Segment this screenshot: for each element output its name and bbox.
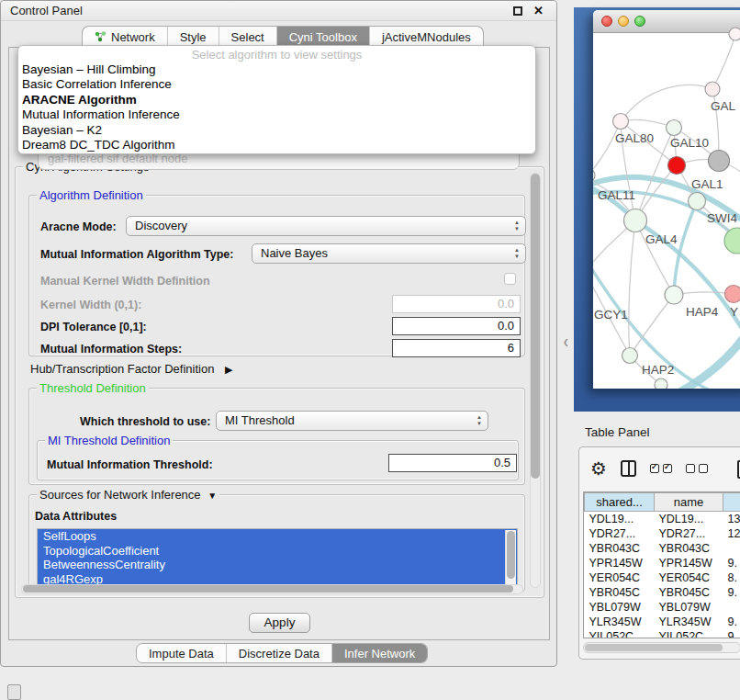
network-node-hap4[interactable] bbox=[665, 286, 683, 304]
tab-discretize-data[interactable]: Discretize Data bbox=[226, 644, 331, 662]
table-row[interactable]: YLR345WYLR345W9. bbox=[585, 615, 740, 629]
network-node-gal1[interactable] bbox=[668, 157, 686, 175]
network-node-gal80[interactable] bbox=[613, 114, 629, 130]
algorithm-option[interactable]: ARACNE Algorithm bbox=[18, 93, 535, 107]
table-row[interactable]: YIL052CYIL052C9 bbox=[585, 629, 740, 639]
cyni-algorithm-settings-group: Cyni Algorithm Settings Algorithm Defini… bbox=[15, 166, 544, 598]
tab-style[interactable]: Style bbox=[167, 27, 219, 47]
column-header[interactable]: name bbox=[655, 493, 723, 512]
unselect-all-columns-icon[interactable] bbox=[686, 464, 708, 473]
network-edge[interactable] bbox=[712, 35, 735, 89]
column-header[interactable]: A bbox=[723, 493, 740, 512]
float-window-icon[interactable] bbox=[513, 6, 522, 16]
tab-jactivemnodules[interactable]: jActiveMNodules bbox=[369, 27, 483, 47]
algorithm-definition-title: Algorithm Definition bbox=[37, 188, 146, 202]
network-edge[interactable] bbox=[674, 201, 697, 295]
column-header[interactable]: shared... bbox=[585, 493, 655, 512]
data-attribute-item[interactable]: SelfLoops bbox=[38, 529, 517, 544]
unchecked-box-icon bbox=[699, 464, 708, 473]
algorithm-option[interactable]: Bayesian – K2 bbox=[18, 123, 535, 138]
gear-icon[interactable] bbox=[590, 458, 607, 479]
network-node[interactable] bbox=[709, 151, 730, 172]
table-panel: shared...nameA YDL19...YDL19...13YDR27..… bbox=[578, 446, 740, 660]
network-edge[interactable] bbox=[593, 121, 621, 175]
minimize-window-icon[interactable] bbox=[618, 16, 629, 27]
apply-button[interactable]: Apply bbox=[249, 613, 310, 633]
mi-steps-field[interactable]: 6 bbox=[392, 339, 521, 357]
data-attributes-list[interactable]: SelfLoopsTopologicalCoefficientBetweenne… bbox=[37, 528, 518, 586]
network-node-label: Y bbox=[730, 305, 738, 319]
table-cell: YIL052C bbox=[585, 629, 655, 639]
table-row[interactable]: YDR27...YDR27...12 bbox=[585, 526, 740, 541]
table-horizontal-scroll-thumb[interactable] bbox=[585, 644, 723, 651]
split-columns-icon[interactable] bbox=[621, 460, 636, 477]
network-node-label: GCY1 bbox=[594, 308, 628, 322]
network-node[interactable] bbox=[729, 28, 740, 40]
minimized-panel-icon[interactable] bbox=[7, 684, 21, 700]
mi-type-label: Mutual Information Algorithm Type: bbox=[40, 248, 233, 261]
tab-infer-network[interactable]: Infer Network bbox=[331, 644, 427, 662]
sources-title[interactable]: Sources for Network Inference ▼ bbox=[37, 488, 219, 502]
manual-kernel-checkbox[interactable] bbox=[504, 273, 516, 285]
network-node-label: GAL80 bbox=[615, 131, 654, 145]
attr-list-scrollbar[interactable] bbox=[505, 530, 516, 584]
checked-box-icon bbox=[663, 464, 672, 473]
aracne-mode-combo[interactable]: Discovery bbox=[126, 216, 526, 236]
algorithm-option[interactable]: Mutual Information Inference bbox=[18, 107, 535, 122]
table-horizontal-scrollbar[interactable] bbox=[583, 642, 740, 653]
dpi-tolerance-field[interactable]: 0.0 bbox=[392, 317, 521, 335]
algorithm-option[interactable]: Basic Correlation Inference bbox=[18, 77, 535, 92]
network-edge[interactable] bbox=[629, 220, 635, 356]
table-row[interactable]: YER054CYER054C8. bbox=[585, 570, 740, 585]
network-canvas[interactable]: GALGAL80GAL10GAL1GAL11SWI4GAL4HAP4YGCY1H… bbox=[593, 33, 740, 389]
close-window-icon[interactable] bbox=[601, 16, 612, 27]
tab-network[interactable]: Network bbox=[83, 27, 167, 47]
which-threshold-combo[interactable]: MI Threshold bbox=[216, 411, 488, 431]
algorithm-option[interactable]: Dream8 DC_TDC Algorithm bbox=[18, 138, 535, 152]
network-node[interactable] bbox=[724, 228, 740, 254]
network-node-gal[interactable] bbox=[705, 82, 720, 96]
table-cell: 12 bbox=[723, 526, 740, 541]
sources-group: Sources for Network Inference ▼ Data Att… bbox=[28, 494, 525, 592]
tab-infer-network-label: Infer Network bbox=[344, 647, 415, 660]
network-window-titlebar[interactable] bbox=[593, 10, 740, 33]
data-attributes-label: Data Attributes bbox=[35, 510, 117, 523]
tab-cyni-toolbox[interactable]: Cyni Toolbox bbox=[276, 27, 369, 47]
network-window[interactable]: GALGAL80GAL10GAL1GAL11SWI4GAL4HAP4YGCY1H… bbox=[593, 10, 740, 389]
algorithm-definition-group: Algorithm Definition Aracne Mode: Discov… bbox=[28, 195, 525, 356]
settings-horizontal-scrollbar[interactable] bbox=[21, 584, 523, 594]
network-node-swi4[interactable] bbox=[689, 193, 706, 210]
select-all-columns-icon[interactable] bbox=[650, 464, 672, 473]
settings-vertical-scroll-thumb[interactable] bbox=[531, 174, 540, 479]
mi-type-combo[interactable]: Naive Bayes bbox=[252, 243, 526, 264]
table-row[interactable]: YPR145WYPR145W9. bbox=[585, 556, 740, 570]
manual-kernel-label: Manual Kernel Width Definition bbox=[40, 275, 210, 288]
network-node-hap2[interactable] bbox=[622, 348, 638, 364]
data-attribute-item[interactable]: BetweennessCentrality bbox=[38, 558, 517, 572]
table-row[interactable]: YBL079WYBL079W bbox=[585, 600, 740, 615]
table-row[interactable]: YDL19...YDL19...13 bbox=[585, 512, 740, 526]
settings-vertical-scrollbar[interactable] bbox=[530, 173, 541, 588]
splitter-arrow-icon[interactable] bbox=[563, 338, 569, 346]
table-row[interactable]: YBR045CYBR045C9. bbox=[585, 585, 740, 600]
tab-impute-data[interactable]: Impute Data bbox=[137, 644, 226, 662]
close-icon[interactable]: ✕ bbox=[533, 1, 544, 21]
hub-definition-expander[interactable]: Hub/Transcription Factor Definition ▶ bbox=[30, 362, 232, 376]
network-node-gal4[interactable] bbox=[624, 209, 647, 232]
table-cell: YBR043C bbox=[585, 541, 655, 556]
settings-horizontal-scroll-thumb[interactable] bbox=[23, 585, 513, 593]
network-node-label: GAL11 bbox=[598, 188, 635, 202]
network-canvas-svg: GALGAL80GAL10GAL1GAL11SWI4GAL4HAP4YGCY1H… bbox=[593, 33, 740, 389]
network-node[interactable] bbox=[655, 378, 667, 389]
hub-definition-label: Hub/Transcription Factor Definition bbox=[30, 362, 214, 376]
table-row[interactable]: YBR043CYBR043C bbox=[585, 541, 740, 556]
network-edge[interactable] bbox=[621, 85, 712, 121]
mi-threshold-field[interactable]: 0.5 bbox=[388, 454, 517, 472]
zoom-window-icon[interactable] bbox=[634, 16, 645, 27]
network-node-gal10[interactable] bbox=[667, 120, 682, 136]
algorithm-option[interactable]: Bayesian – Hill Climbing bbox=[18, 62, 535, 77]
attr-list-scroll-thumb[interactable] bbox=[507, 531, 515, 579]
network-node-y[interactable] bbox=[725, 286, 740, 303]
data-attribute-item[interactable]: TopologicalCoefficient bbox=[38, 544, 517, 559]
tab-select[interactable]: Select bbox=[219, 27, 276, 47]
